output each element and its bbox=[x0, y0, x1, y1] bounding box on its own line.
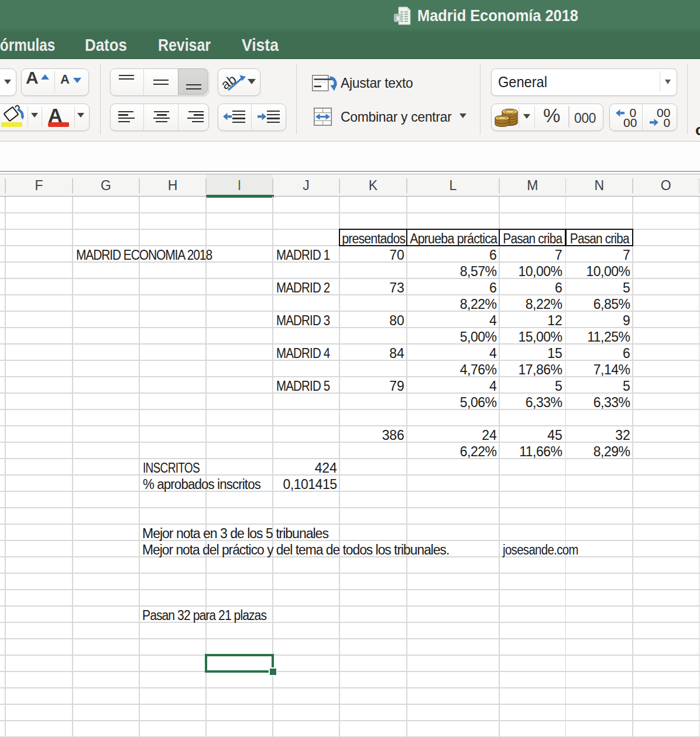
svg-text:x: x bbox=[396, 13, 400, 22]
